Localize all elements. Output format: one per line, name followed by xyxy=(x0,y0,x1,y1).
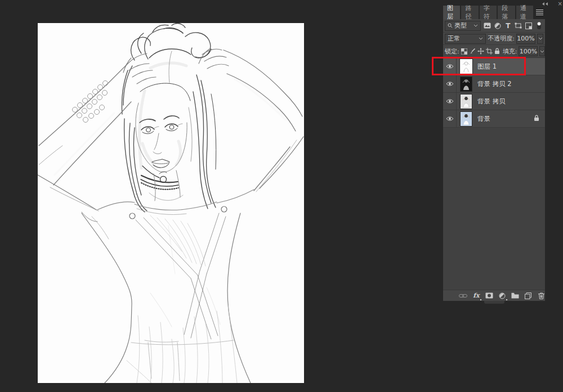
lock-position-move-icon[interactable] xyxy=(477,47,484,56)
window-controls: × xyxy=(542,1,562,7)
shape-layer-filter-icon[interactable] xyxy=(515,21,522,30)
filter-toggle-icon[interactable] xyxy=(535,21,543,30)
link-layers-icon[interactable] xyxy=(459,291,467,300)
filter-kind-dropdown[interactable]: 类型 xyxy=(445,21,481,31)
visibility-eye-icon[interactable] xyxy=(443,75,457,92)
layers-panel: 图层 路径 字符 段落 通道 类型 xyxy=(443,6,545,301)
lock-label: 锁定: xyxy=(445,47,459,56)
tab-paths[interactable]: 路径 xyxy=(461,6,478,19)
visibility-eye-icon[interactable] xyxy=(443,93,457,110)
opacity-dropdown-button[interactable] xyxy=(537,34,543,44)
tab-character[interactable]: 字符 xyxy=(480,6,497,19)
pencil-sketch-drawing xyxy=(38,23,304,383)
sketch-skirt-texture xyxy=(127,287,237,383)
layer-row-background[interactable]: 背景 xyxy=(443,110,545,128)
layer-thumbnail[interactable] xyxy=(460,76,472,92)
layer-mask-icon[interactable] xyxy=(485,291,493,300)
lock-transparency-icon[interactable] xyxy=(461,47,467,56)
lock-row: 锁定: 填充: 100% xyxy=(443,45,545,58)
collapse-panels-icon[interactable] xyxy=(542,2,549,6)
new-layer-icon[interactable] xyxy=(524,291,532,300)
blend-mode-dropdown[interactable]: 正常 xyxy=(445,34,486,44)
sketch-face xyxy=(136,103,187,172)
panel-footer: fx xyxy=(443,290,545,301)
panel-tab-bar: 图层 路径 字符 段落 通道 xyxy=(443,6,545,19)
layer-row-layer-1[interactable]: 图层 1 xyxy=(443,58,545,75)
adjustment-layer-icon[interactable] xyxy=(498,291,506,300)
pixel-layer-filter-icon[interactable] xyxy=(483,21,491,30)
adjustment-layer-filter-icon[interactable] xyxy=(494,21,502,30)
layer-row-background-copy-2[interactable]: 背景 拷贝 2 xyxy=(443,75,545,93)
opacity-value[interactable]: 100% xyxy=(516,34,535,44)
fill-label: 填充: xyxy=(503,47,517,56)
delete-layer-trash-icon[interactable] xyxy=(537,291,545,300)
tab-paragraph[interactable]: 段落 xyxy=(498,6,515,19)
chevron-down-icon xyxy=(540,50,544,53)
layer-thumbnail[interactable] xyxy=(460,111,472,127)
chevron-down-icon xyxy=(479,37,483,40)
layer-name[interactable]: 背景 拷贝 xyxy=(477,97,506,106)
tab-channels[interactable]: 通道 xyxy=(516,6,533,19)
sketch-torso xyxy=(82,212,251,383)
panel-resize-grip[interactable] xyxy=(484,301,504,304)
chevron-down-icon xyxy=(538,37,543,40)
layer-lock-icon xyxy=(534,115,539,123)
layer-name[interactable]: 图层 1 xyxy=(477,62,497,71)
layer-filter-row: 类型 T xyxy=(443,19,545,33)
layer-thumbnail[interactable] xyxy=(460,59,472,74)
chevron-down-icon xyxy=(473,24,478,27)
lock-all-icon[interactable] xyxy=(494,47,500,56)
sketch-dress-top xyxy=(97,190,254,339)
visibility-eye-icon[interactable] xyxy=(443,58,457,75)
layer-thumbnail[interactable] xyxy=(460,94,472,109)
new-group-folder-icon[interactable] xyxy=(511,291,519,300)
lock-pixels-brush-icon[interactable] xyxy=(469,47,476,56)
opacity-label: 不透明度: xyxy=(488,34,515,43)
close-icon[interactable]: × xyxy=(558,1,562,7)
layer-row-background-copy[interactable]: 背景 拷贝 xyxy=(443,93,545,110)
layer-style-fx-icon[interactable]: fx xyxy=(472,291,480,300)
sketch-choker-mic xyxy=(141,166,183,201)
sketch-bracelet xyxy=(73,81,108,123)
smart-object-filter-icon[interactable] xyxy=(525,21,533,30)
blend-mode-row: 正常 不透明度: 100% xyxy=(443,33,545,45)
lock-artboard-icon[interactable] xyxy=(486,47,493,56)
tab-layers[interactable]: 图层 xyxy=(443,6,460,19)
panel-menu-icon[interactable] xyxy=(534,6,545,19)
fill-dropdown-button[interactable] xyxy=(539,46,545,56)
panel-body: 类型 T xyxy=(443,19,545,301)
fill-value[interactable]: 100% xyxy=(519,46,538,56)
document-canvas[interactable] xyxy=(38,23,304,383)
layer-name[interactable]: 背景 拷贝 2 xyxy=(477,80,512,88)
layer-list-empty-area[interactable] xyxy=(443,128,545,290)
type-layer-filter-icon[interactable]: T xyxy=(504,21,512,30)
sketch-shading xyxy=(55,63,285,175)
search-icon xyxy=(448,23,453,28)
sketch-chest-hatch xyxy=(150,215,205,274)
layer-name[interactable]: 背景 xyxy=(477,115,490,123)
visibility-eye-icon[interactable] xyxy=(443,110,457,127)
